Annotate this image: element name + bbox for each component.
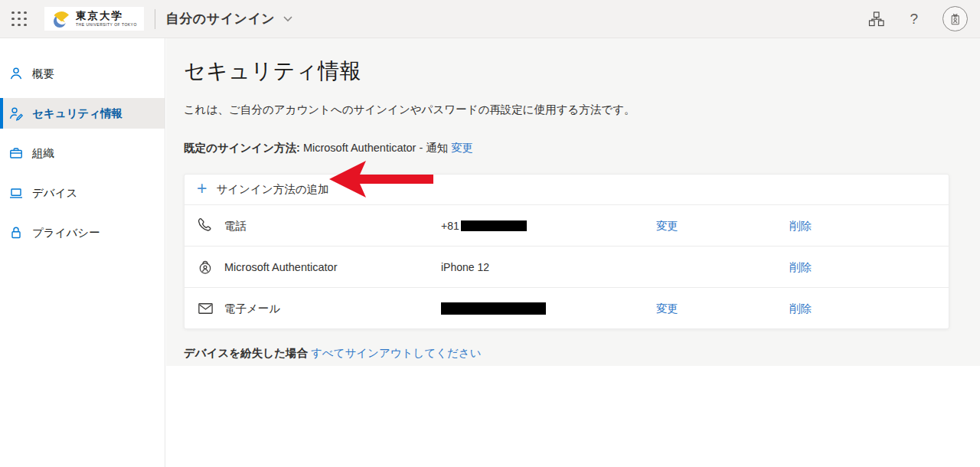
add-method-label: サインイン方法の追加	[216, 182, 328, 197]
app-title: 自分のサインイン	[166, 10, 275, 28]
app-launcher-waffle-icon[interactable]	[11, 11, 27, 27]
method-name: 電話	[224, 218, 247, 233]
default-sign-in-method: 既定のサインイン方法: Microsoft Authenticator - 通知…	[184, 141, 980, 155]
authenticator-icon	[197, 259, 214, 276]
chevron-down-icon[interactable]	[283, 15, 293, 22]
phone-delete-link[interactable]: 削除	[789, 218, 812, 233]
plus-icon: +	[197, 180, 207, 198]
redacted-email-address	[441, 302, 546, 315]
sidebar-item-label: セキュリティ情報	[32, 106, 122, 121]
topbar-divider	[155, 9, 155, 29]
page-description: これは、ご自分のアカウントへのサインインやパスワードの再設定に使用する方法です。	[184, 103, 980, 117]
briefcase-icon	[8, 145, 24, 161]
method-value: +81	[441, 220, 527, 232]
page-title: セキュリティ情報	[184, 57, 980, 86]
id-badge-icon	[948, 11, 962, 26]
logo-org-subname: THE UNIVERSITY OF TOKYO	[76, 23, 137, 27]
method-value: iPhone 12	[441, 261, 489, 273]
sidebar-item-overview[interactable]: 概要	[0, 58, 165, 89]
default-method-change-link[interactable]: 変更	[451, 142, 473, 154]
organization-chart-icon[interactable]	[867, 10, 885, 28]
default-method-value: Microsoft Authenticator - 通知	[300, 142, 451, 154]
method-name: Microsoft Authenticator	[224, 261, 338, 273]
sidebar-item-devices[interactable]: デバイス	[0, 178, 165, 208]
logo-org-name: 東京大学	[76, 11, 137, 21]
mail-icon	[197, 299, 214, 317]
sidebar-nav: 概要 セキュリティ情報 組織 デバイス	[0, 38, 165, 467]
ginkgo-leaf-icon	[51, 9, 71, 29]
sign-in-methods-table: + サインイン方法の追加 電話 +81 変更 削除	[184, 174, 949, 329]
add-sign-in-method-button[interactable]: + サインイン方法の追加	[185, 175, 949, 204]
top-bar: 東京大学 THE UNIVERSITY OF TOKYO 自分のサインイン ?	[0, 0, 980, 38]
email-delete-link[interactable]: 削除	[789, 301, 812, 315]
sidebar-item-label: プライバシー	[32, 226, 100, 240]
person-icon	[8, 66, 24, 81]
sidebar-item-label: 概要	[32, 67, 54, 81]
account-avatar[interactable]	[942, 6, 968, 31]
redacted-phone-number	[461, 220, 527, 231]
table-row-phone: 電話 +81 変更 削除	[185, 204, 949, 246]
default-method-label: 既定のサインイン方法:	[184, 142, 300, 154]
method-name: 電子メール	[224, 301, 280, 315]
university-of-tokyo-logo[interactable]: 東京大学 THE UNIVERSITY OF TOKYO	[44, 7, 144, 31]
lost-device-line: デバイスを紛失した場合 すべてサインアウトしてください	[184, 346, 980, 361]
lost-device-label: デバイスを紛失した場合	[184, 347, 308, 359]
sidebar-item-label: 組織	[32, 146, 54, 161]
table-row-authenticator: Microsoft Authenticator iPhone 12 削除	[185, 246, 949, 287]
sign-out-everywhere-link[interactable]: すべてサインアウトしてください	[311, 347, 482, 359]
table-row-email: 電子メール 変更 削除	[185, 287, 949, 328]
sidebar-item-organization[interactable]: 組織	[0, 138, 165, 168]
authenticator-delete-link[interactable]: 削除	[789, 260, 812, 274]
sidebar-item-label: デバイス	[32, 186, 77, 201]
sidebar-item-security-info[interactable]: セキュリティ情報	[0, 98, 165, 129]
phone-icon	[197, 217, 214, 234]
main-content: セキュリティ情報 これは、ご自分のアカウントへのサインインやパスワードの再設定に…	[166, 38, 980, 366]
method-value	[441, 302, 546, 315]
lock-icon	[8, 225, 24, 240]
help-icon[interactable]: ?	[910, 11, 918, 28]
person-edit-icon	[8, 106, 24, 121]
sidebar-item-privacy[interactable]: プライバシー	[0, 217, 165, 248]
phone-change-link[interactable]: 変更	[656, 218, 678, 233]
phone-country-code: +81	[441, 220, 459, 232]
email-change-link[interactable]: 変更	[656, 301, 678, 315]
laptop-icon	[8, 185, 24, 201]
